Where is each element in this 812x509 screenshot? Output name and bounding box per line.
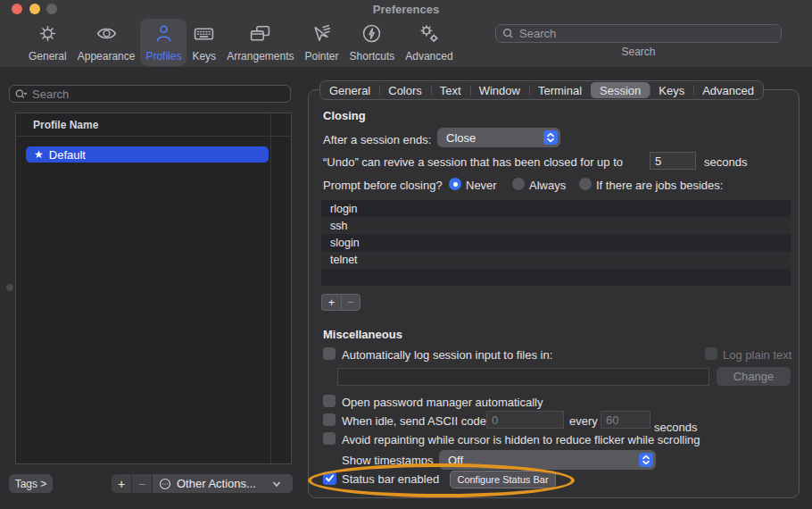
- jobs-list: rlogin ssh slogin telnet: [321, 200, 791, 286]
- undo-revive-label: “Undo” can revive a session that has bee…: [323, 155, 623, 169]
- tab-terminal[interactable]: Terminal: [529, 81, 591, 99]
- profile-search-input[interactable]: [32, 88, 273, 101]
- column-divider[interactable]: [270, 113, 271, 463]
- search-icon: [502, 28, 514, 39]
- toolbar-item-label: Appearance: [78, 50, 136, 63]
- remove-profile-button[interactable]: −: [132, 474, 152, 493]
- toolbar-item-advanced[interactable]: Advanced: [400, 19, 458, 66]
- after-session-value: Close: [446, 131, 476, 145]
- checkmark-icon: [325, 473, 335, 483]
- toolbar-item-profiles[interactable]: Profiles: [140, 19, 186, 66]
- toolbar-item-arrangements[interactable]: Arrangements: [221, 19, 299, 66]
- radio-never-label: Never: [466, 179, 497, 192]
- radio-jobs-besides-label: If there are jobs besides:: [596, 179, 723, 192]
- job-row[interactable]: rlogin: [321, 200, 791, 217]
- tab-label: Colors: [388, 84, 422, 97]
- job-name: rlogin: [330, 203, 358, 215]
- tab-window[interactable]: Window: [470, 81, 529, 99]
- auto-log-checkbox[interactable]: [323, 347, 336, 360]
- tags-button-label: Tags >: [15, 478, 47, 490]
- profile-add-remove-group: + − Other Actions...: [112, 474, 293, 493]
- cursor-icon: [311, 22, 333, 48]
- tab-colors[interactable]: Colors: [379, 81, 431, 99]
- toolbar-item-label: Advanced: [405, 50, 452, 63]
- toolbar-item-label: Profiles: [145, 50, 181, 63]
- job-row-empty[interactable]: [321, 269, 791, 286]
- tab-session[interactable]: Session: [591, 82, 650, 98]
- minus-icon: −: [347, 296, 354, 309]
- password-manager-label: Open password manager automatically: [342, 396, 543, 409]
- profile-row-default[interactable]: ★ Default: [26, 146, 269, 163]
- tab-text[interactable]: Text: [431, 81, 470, 99]
- show-timestamps-value: Off: [448, 454, 463, 467]
- log-plain-text-checkbox[interactable]: [705, 347, 717, 360]
- job-row[interactable]: slogin: [321, 234, 791, 251]
- plus-icon: +: [118, 477, 125, 491]
- titlebar: Preferences: [0, 0, 812, 18]
- star-icon: ★: [34, 148, 44, 161]
- preferences-toolbar: General Appearance Profiles Keys Arrange…: [23, 19, 459, 66]
- radio-never[interactable]: [449, 178, 461, 190]
- other-actions-button[interactable]: Other Actions...: [153, 474, 293, 493]
- toolbar-item-label: Arrangements: [227, 50, 294, 63]
- other-actions-label: Other Actions...: [177, 477, 272, 490]
- log-directory-field[interactable]: [337, 368, 709, 386]
- window-title: Preferences: [0, 3, 812, 16]
- toolbar-item-label: General: [29, 50, 67, 63]
- radio-always-label: Always: [529, 179, 566, 192]
- toolbar-search-input[interactable]: [519, 27, 760, 40]
- job-row[interactable]: ssh: [321, 217, 791, 234]
- avoid-repaint-checkbox[interactable]: [323, 432, 336, 445]
- profile-name: Default: [49, 148, 86, 162]
- show-timestamps-dropdown[interactable]: Off: [439, 450, 656, 470]
- toolbar-item-keys[interactable]: Keys: [186, 19, 221, 66]
- profile-search-field[interactable]: [9, 85, 291, 103]
- job-row[interactable]: telnet: [321, 252, 791, 269]
- profile-list-header[interactable]: Profile Name: [16, 113, 291, 137]
- jobs-add-remove-group: + −: [321, 294, 360, 311]
- tab-keys[interactable]: Keys: [650, 81, 693, 99]
- tab-advanced[interactable]: Advanced: [693, 81, 763, 99]
- toolbar-item-pointer[interactable]: Pointer: [300, 19, 344, 66]
- tab-label: Advanced: [702, 84, 754, 97]
- add-profile-button[interactable]: +: [112, 474, 131, 493]
- idle-ascii-code-field[interactable]: [486, 411, 564, 429]
- job-name: ssh: [330, 220, 347, 232]
- undo-seconds-field[interactable]: [650, 152, 696, 170]
- tags-button[interactable]: Tags >: [9, 474, 53, 493]
- chevron-down-icon: [272, 480, 281, 488]
- idle-interval-field[interactable]: [601, 411, 650, 429]
- toolbar-item-label: Keys: [192, 50, 216, 63]
- password-manager-checkbox[interactable]: [323, 395, 336, 407]
- when-idle-label: When idle, send ASCII code: [342, 414, 486, 428]
- tab-general[interactable]: General: [320, 81, 379, 99]
- misc-heading: Miscellaneous: [323, 328, 402, 341]
- person-icon: [153, 22, 175, 48]
- change-directory-button[interactable]: Change: [717, 367, 791, 386]
- when-idle-checkbox[interactable]: [323, 413, 336, 426]
- radio-always[interactable]: [512, 178, 525, 190]
- job-name: slogin: [330, 237, 360, 249]
- tab-label: Terminal: [538, 84, 582, 97]
- search-filter-icon: [15, 88, 28, 100]
- double-gear-icon: [418, 22, 440, 48]
- windows-icon: [249, 22, 271, 48]
- remove-job-button[interactable]: −: [341, 294, 360, 311]
- toolbar-item-appearance[interactable]: Appearance: [72, 19, 141, 66]
- every-label: every: [569, 414, 598, 428]
- status-bar-label: Status bar enabled: [342, 472, 439, 486]
- status-bar-checkbox[interactable]: [323, 471, 336, 485]
- settings-tabbar: General Colors Text Window Terminal Sess…: [319, 80, 764, 100]
- toolbar-item-general[interactable]: General: [23, 19, 72, 66]
- add-job-button[interactable]: +: [321, 294, 341, 311]
- configure-status-bar-button[interactable]: Configure Status Bar: [450, 471, 556, 488]
- radio-jobs-besides[interactable]: [579, 178, 592, 190]
- toolbar-search-field[interactable]: [495, 24, 782, 43]
- after-session-label: After a session ends:: [323, 133, 431, 146]
- prompt-before-closing-label: Prompt before closing?: [323, 179, 443, 192]
- tab-label: Keys: [659, 84, 684, 97]
- ellipsis-circle-icon: [159, 478, 171, 490]
- after-session-dropdown[interactable]: Close: [437, 128, 560, 147]
- toolbar-item-label: Pointer: [305, 50, 339, 63]
- toolbar-item-shortcuts[interactable]: Shortcuts: [344, 19, 401, 66]
